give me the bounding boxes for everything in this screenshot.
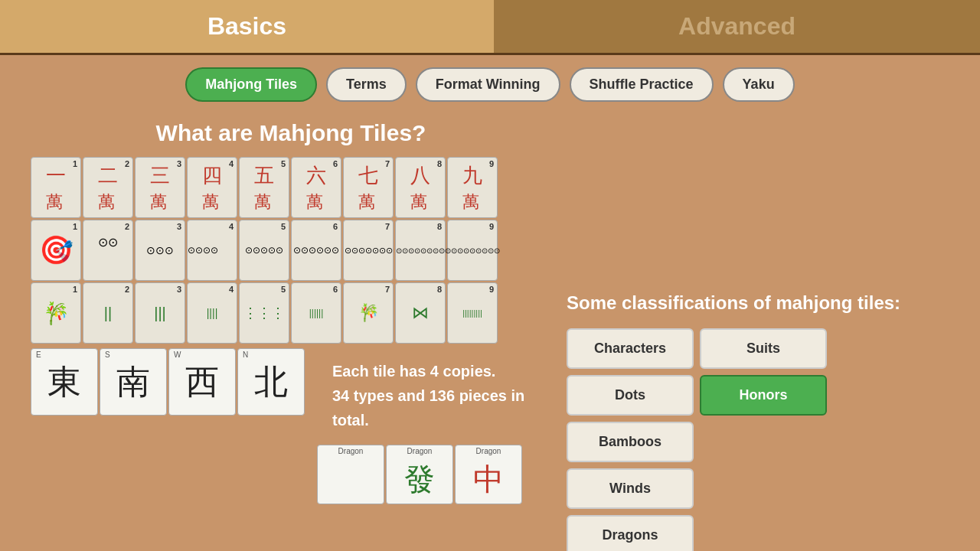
wind-tile-east: E 東 xyxy=(31,348,98,416)
circle-tile-7: 7⊙⊙⊙⊙⊙⊙⊙ xyxy=(343,220,394,281)
main-content: What are Mahjong Tiles? 1一萬 2二萬 3三萬 4四萬 … xyxy=(0,114,980,551)
right-panel: Some classifications of mahjong tiles: C… xyxy=(567,114,949,551)
class-btn-bamboos[interactable]: Bamboos xyxy=(567,422,694,462)
char-tile-3: 3三萬 xyxy=(135,157,185,218)
circle-tile-6: 6⊙⊙⊙⊙⊙⊙ xyxy=(291,220,341,281)
char-tile-8: 8八萬 xyxy=(395,157,446,218)
characters-row: 1一萬 2二萬 3三萬 4四萬 5五萬 6六萬 7七萬 8八萬 9九萬 xyxy=(31,157,551,218)
bamboo-row: 1🎋 2|| 3||| 4|||| 5⋮⋮⋮ 6|||||| 7🎋 8⋈ 9||… xyxy=(31,282,551,344)
subnav-format-winning[interactable]: Format Winning xyxy=(416,67,560,102)
circle-tile-2: 2⊙⊙ xyxy=(83,220,133,281)
subnav-shuffle-practice[interactable]: Shuffle Practice xyxy=(570,67,714,102)
wind-tile-north: N 北 xyxy=(237,348,305,416)
bamboo-tile-1: 1🎋 xyxy=(31,282,81,344)
class-btn-dragons[interactable]: Dragons xyxy=(567,515,694,551)
classification-heading: Some classifications of mahjong tiles: xyxy=(567,290,949,316)
char-tile-1: 1一萬 xyxy=(31,157,81,218)
classification-grid: Characters Suits Dots Honors Bamboos Win… xyxy=(567,328,827,551)
char-tile-7: 7七萬 xyxy=(343,157,394,218)
circle-tile-5: 5⊙⊙⊙⊙⊙ xyxy=(239,220,289,281)
class-btn-winds[interactable]: Winds xyxy=(567,468,694,509)
circle-tile-8: 8⊙⊙⊙⊙⊙⊙⊙⊙ xyxy=(395,220,446,281)
wind-tile-south: S 南 xyxy=(100,348,167,416)
bamboo-tile-4: 4|||| xyxy=(187,282,237,344)
dragon-tile-green: Dragon 發 xyxy=(386,445,453,504)
circle-tile-3: 3⊙⊙⊙ xyxy=(135,220,185,281)
dragon-tiles: Dragon Dragon 發 Dragon 中 xyxy=(317,445,551,504)
class-btn-suits[interactable]: Suits xyxy=(700,328,827,369)
subnav-yaku[interactable]: Yaku xyxy=(723,67,795,102)
tab-basics-label: Basics xyxy=(207,12,286,41)
wind-tile-west: W 西 xyxy=(168,348,236,416)
bamboo-tile-5: 5⋮⋮⋮ xyxy=(239,282,289,344)
class-btn-honors[interactable]: Honors xyxy=(700,375,827,416)
bamboo-tile-6: 6|||||| xyxy=(291,282,341,344)
char-tile-4: 4四萬 xyxy=(187,157,237,218)
bamboo-tile-7: 7🎋 xyxy=(343,282,394,344)
subnav-mahjong-tiles[interactable]: Mahjong Tiles xyxy=(185,67,317,102)
circles-row: 1🎯 2⊙⊙ 3⊙⊙⊙ 4⊙⊙⊙⊙ 5⊙⊙⊙⊙⊙ 6⊙⊙⊙⊙⊙⊙ 7⊙⊙⊙⊙⊙⊙… xyxy=(31,220,551,281)
char-tile-9: 9九萬 xyxy=(447,157,498,218)
class-btn-characters[interactable]: Characters xyxy=(567,328,694,369)
circle-tile-4: 4⊙⊙⊙⊙ xyxy=(187,220,237,281)
class-btn-dots[interactable]: Dots xyxy=(567,375,694,416)
char-tile-6: 6六萬 xyxy=(291,157,341,218)
bamboo-tile-2: 2|| xyxy=(83,282,133,344)
char-tile-2: 2二萬 xyxy=(83,157,133,218)
info-text: Each tile has 4 copies. 34 types and 136… xyxy=(332,359,551,432)
bamboo-tile-8: 8⋈ xyxy=(395,282,446,344)
bamboo-tile-9: 9||||||||| xyxy=(447,282,498,344)
left-panel: What are Mahjong Tiles? 1一萬 2二萬 3三萬 4四萬 … xyxy=(31,114,551,551)
tab-basics[interactable]: Basics xyxy=(0,0,494,55)
tab-advanced[interactable]: Advanced xyxy=(494,0,980,55)
sub-navigation: Mahjong Tiles Terms Format Winning Shuff… xyxy=(0,55,980,114)
dragon-tile-empty: Dragon xyxy=(317,445,384,504)
bamboo-tile-3: 3||| xyxy=(135,282,185,344)
circle-tile-1: 1🎯 xyxy=(31,220,81,281)
char-tile-5: 5五萬 xyxy=(239,157,289,218)
wind-tiles: E 東 S 南 W 西 N 北 xyxy=(31,348,305,504)
subnav-terms[interactable]: Terms xyxy=(326,67,407,102)
main-title: What are Mahjong Tiles? xyxy=(31,120,551,146)
info-line1: Each tile has 4 copies. xyxy=(332,359,551,383)
circle-tile-9: 9⊙⊙⊙⊙⊙⊙⊙⊙⊙ xyxy=(447,220,498,281)
dragon-tile-red: Dragon 中 xyxy=(455,445,522,504)
tab-advanced-label: Advanced xyxy=(678,12,795,41)
info-line2: 34 types and 136 pieces in total. xyxy=(332,383,551,432)
